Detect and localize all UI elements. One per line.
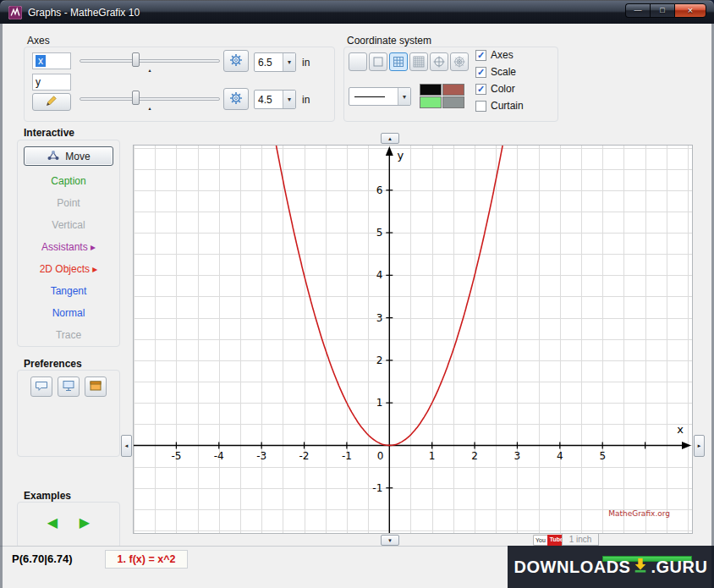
move-button-label: Move — [65, 151, 90, 162]
example-previous-button[interactable]: ◀ — [41, 511, 64, 533]
dropdown-arrow-icon[interactable]: ▾ — [283, 91, 295, 108]
checkbox-label: Axes — [491, 49, 514, 61]
interactive-item-point[interactable]: Point — [19, 192, 118, 214]
graph-canvas[interactable]: -5-4-3-2-112345-11234560xyMatheGrafix.or… — [133, 145, 693, 534]
dropdown-arrow-icon[interactable]: ▾ — [398, 88, 410, 105]
interactive-item-caption[interactable]: Caption — [19, 170, 118, 192]
interactive-item-vertical[interactable]: Vertical — [19, 214, 118, 236]
window-border-left — [0, 24, 3, 588]
tooltip-preference-button[interactable] — [30, 376, 52, 397]
checkbox-box[interactable] — [475, 101, 486, 112]
checkbox-box[interactable]: ✓ — [475, 84, 486, 95]
interactive-item-tangent[interactable]: Tangent — [19, 280, 118, 302]
watermark-left: DOWNLOADS — [514, 558, 631, 577]
y-slider-track[interactable] — [80, 97, 220, 101]
pan-up-button[interactable]: ▲ — [381, 133, 399, 144]
y-size-value: 4.5 — [255, 91, 283, 108]
gear-icon — [229, 91, 243, 107]
pan-left-button[interactable]: ◄ — [121, 435, 132, 457]
function-list-entry[interactable]: 1. f(x) = x^2 — [105, 550, 188, 569]
scroll-right-icon: ► — [697, 443, 702, 448]
titlebar[interactable]: Graphs - MatheGrafix 10 — □ × — [0, 0, 714, 24]
slider-tick-icon: ▴ — [148, 105, 151, 111]
y-scale-slider[interactable]: ▴ — [80, 89, 220, 109]
grid-style-border-button[interactable] — [369, 52, 387, 71]
checkbox-axes[interactable]: ✓Axes — [475, 49, 524, 61]
x-unit-label: in — [302, 57, 310, 69]
interactive-item-assistants[interactable]: Assistants ▸ — [19, 236, 118, 258]
download-arrow-icon — [633, 558, 648, 577]
grid-style-polar-fine-button[interactable] — [450, 52, 469, 71]
y-axis-input-value: y — [36, 76, 41, 88]
coordinate-group-label: Coordinate system — [347, 35, 431, 47]
checkbox-box[interactable]: ✓ — [475, 50, 486, 61]
y-unit-label: in — [302, 94, 310, 106]
dropdown-arrow-icon[interactable]: ▾ — [283, 53, 295, 71]
window-title: Graphs - MatheGrafix 10 — [28, 7, 140, 19]
color-swatch-2[interactable] — [442, 84, 464, 96]
interactive-items: CaptionPointVerticalAssistants ▸2D Objec… — [19, 170, 118, 346]
preferences-panel-label: Preferences — [24, 358, 82, 370]
examples-panel-label: Examples — [24, 490, 71, 502]
window-controls: — □ × — [625, 3, 706, 18]
color-swatch-4[interactable] — [442, 96, 464, 108]
move-icon — [47, 149, 60, 163]
grid-style-none-button[interactable] — [349, 52, 367, 71]
svg-text:6: 6 — [376, 184, 383, 196]
interactive-item-normal[interactable]: Normal — [19, 302, 118, 324]
svg-text:5: 5 — [599, 450, 606, 462]
grid-style-grid-button[interactable] — [389, 52, 408, 71]
examples-panel-box — [17, 502, 120, 548]
cursor-coordinates: P(6.70|6.74) — [12, 552, 73, 565]
svg-text:1: 1 — [429, 450, 436, 462]
checkbox-label: Scale — [491, 66, 516, 78]
checkbox-color[interactable]: ✓Color — [475, 83, 524, 95]
svg-text:-4: -4 — [214, 450, 224, 462]
x-size-value: 6.5 — [255, 53, 283, 71]
interactive-item-2d-objects[interactable]: 2D Objects ▸ — [19, 258, 118, 280]
edit-axes-button[interactable] — [32, 93, 71, 111]
y-axis-input[interactable]: y — [32, 74, 71, 91]
y-size-combobox[interactable]: 4.5 ▾ — [254, 90, 296, 109]
grid-style-polar-button[interactable] — [430, 52, 448, 71]
scroll-down-icon: ▼ — [387, 538, 393, 543]
grid-style-fine-grid-button[interactable] — [409, 52, 428, 71]
maximize-button[interactable]: □ — [650, 3, 674, 18]
window-color-preference-button[interactable] — [85, 376, 107, 397]
checkbox-curtain[interactable]: Curtain — [475, 100, 524, 112]
move-button[interactable]: Move — [24, 146, 113, 166]
close-icon: × — [688, 6, 693, 15]
svg-text:-5: -5 — [171, 450, 181, 462]
line-style-sample — [354, 96, 385, 97]
youtube-you-label: You — [533, 535, 547, 546]
line-style-combobox[interactable]: ▾ — [349, 87, 411, 106]
y-axis-settings-button[interactable] — [223, 88, 249, 110]
x-axis-settings-button[interactable] — [223, 50, 249, 72]
minimize-button[interactable]: — — [625, 3, 650, 18]
color-swatches — [420, 84, 466, 108]
x-scale-slider[interactable]: ▴ — [80, 51, 220, 71]
example-next-button[interactable]: ▶ — [73, 511, 96, 533]
slider-tick-icon: ▴ — [148, 67, 151, 73]
x-slider-thumb[interactable] — [132, 52, 140, 67]
color-swatch-1[interactable] — [420, 84, 442, 96]
interactive-item-trace[interactable]: Trace — [19, 324, 118, 346]
checkbox-label: Color — [491, 83, 515, 95]
color-swatch-3[interactable] — [420, 96, 442, 108]
display-preference-button[interactable] — [58, 376, 80, 397]
x-slider-track[interactable] — [80, 59, 220, 63]
x-axis-input[interactable]: x — [32, 52, 71, 69]
next-arrow-icon: ▶ — [80, 514, 90, 530]
svg-text:1: 1 — [376, 397, 383, 409]
display-icon — [62, 379, 75, 395]
checkbox-box[interactable]: ✓ — [475, 67, 486, 78]
x-size-combobox[interactable]: 6.5 ▾ — [254, 52, 296, 72]
desktop-background: Graphs - MatheGrafix 10 — □ × Axes x ▴ 6… — [0, 0, 714, 588]
checkbox-scale[interactable]: ✓Scale — [475, 66, 524, 78]
pan-down-button[interactable]: ▼ — [381, 535, 399, 546]
graph-svg[interactable]: -5-4-3-2-112345-11234560xyMatheGrafix.or… — [134, 146, 692, 533]
close-button[interactable]: × — [674, 3, 706, 18]
y-slider-thumb[interactable] — [132, 91, 140, 105]
inch-label: 1 inch — [569, 535, 592, 544]
pan-right-button[interactable]: ► — [694, 435, 705, 457]
